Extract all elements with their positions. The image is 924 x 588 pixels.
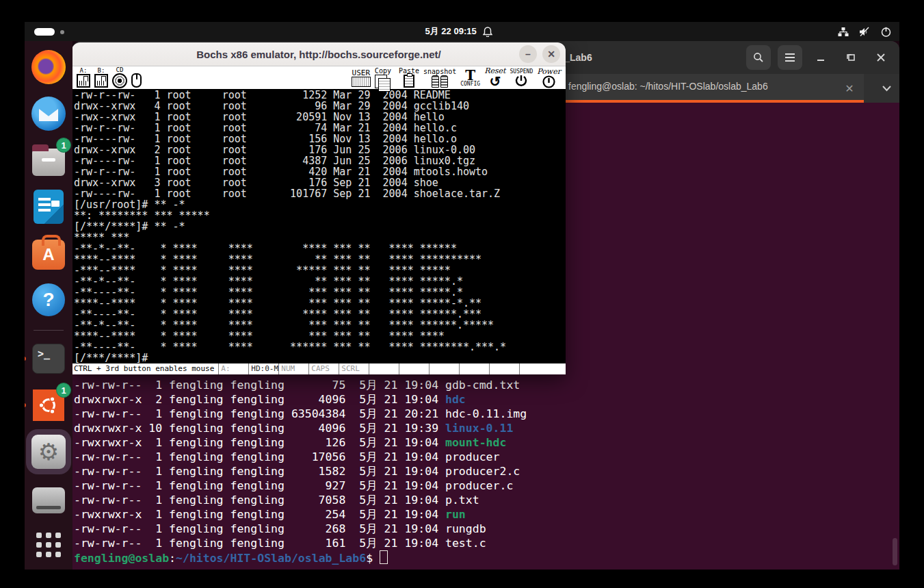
cdrom-icon bbox=[112, 73, 127, 88]
minimize-icon bbox=[816, 53, 826, 62]
wired-network-icon bbox=[838, 27, 849, 37]
bochs-status-cell: SCRL bbox=[339, 363, 369, 374]
search-button[interactable] bbox=[746, 45, 771, 70]
search-icon bbox=[753, 52, 764, 63]
top-bar: 5月 22 09:15 bbox=[25, 22, 899, 41]
dock-item-libreoffice-impress[interactable] bbox=[31, 189, 66, 225]
dock-item-app-grid[interactable] bbox=[31, 527, 66, 563]
copy-icon bbox=[375, 75, 387, 88]
terminal-cursor bbox=[380, 550, 388, 564]
tab-title: fengling@oslab: ~/hitos/HIT-OSlab/oslab_… bbox=[568, 81, 768, 92]
bochs-status-cell bbox=[489, 363, 519, 374]
floppy-b-icon bbox=[94, 74, 108, 88]
terminal-icon: >_ bbox=[32, 344, 65, 374]
dock-item-help[interactable]: ? bbox=[31, 282, 66, 318]
running-indicator-dot bbox=[25, 357, 26, 361]
snapshot-icon bbox=[432, 75, 448, 88]
floppy-b-button[interactable]: B: bbox=[94, 68, 108, 88]
dock-item-files[interactable]: 1 bbox=[31, 142, 66, 178]
cdrom-button[interactable]: CD bbox=[112, 67, 127, 88]
tab-close-button[interactable]: ✕ bbox=[841, 80, 858, 97]
running-indicator-dot bbox=[25, 403, 26, 407]
config-button[interactable]: T CONFIG bbox=[460, 69, 480, 87]
notification-bell-icon bbox=[483, 27, 492, 37]
files-badge: 1 bbox=[56, 138, 71, 153]
bochs-close-button[interactable]: ✕ bbox=[542, 45, 560, 63]
power-icon bbox=[542, 75, 555, 88]
clock-text: 5月 22 09:15 bbox=[425, 25, 477, 38]
minimize-button[interactable] bbox=[809, 45, 832, 70]
paste-button[interactable]: Paste bbox=[399, 68, 419, 88]
bochs-status-cell: CAPS bbox=[308, 363, 339, 374]
close-icon bbox=[876, 53, 886, 62]
gear-icon: ⚙ bbox=[31, 435, 66, 469]
terminal-scrollbar-thumb[interactable] bbox=[893, 538, 897, 565]
clock-button[interactable]: 5月 22 09:15 bbox=[425, 22, 492, 41]
bochs-status-cell bbox=[519, 363, 549, 374]
dock-item-ubuntu-updater[interactable]: 1 bbox=[31, 387, 66, 423]
files-icon bbox=[32, 149, 65, 176]
bochs-window-title: Bochs x86 emulator, http://bochs.sourcef… bbox=[196, 49, 441, 60]
impress-icon bbox=[34, 190, 64, 224]
software-icon: A bbox=[32, 240, 65, 270]
firefox-icon bbox=[31, 50, 66, 84]
dock-item-terminal[interactable]: >_ bbox=[31, 341, 66, 376]
bochs-window: Bochs x86 emulator, http://bochs.sourcef… bbox=[72, 42, 566, 374]
dock-item-ubuntu-software[interactable]: A bbox=[31, 235, 66, 271]
dock-divider bbox=[34, 330, 64, 331]
dock-item-thunderbird[interactable] bbox=[31, 96, 66, 131]
maximize-button[interactable] bbox=[839, 45, 862, 70]
menu-button[interactable] bbox=[778, 45, 802, 70]
disk-icon bbox=[32, 487, 65, 513]
thunderbird-icon bbox=[31, 97, 66, 131]
tab-list-chevron-button[interactable] bbox=[877, 79, 896, 97]
power-status-icon bbox=[881, 27, 891, 37]
bochs-status-cells: A:HD:0-MNUMCAPSSCRL bbox=[218, 363, 566, 374]
bochs-toolbar: A: B: CD USER Copy bbox=[72, 66, 566, 89]
volume-muted-icon bbox=[859, 27, 871, 37]
keyboard-icon bbox=[352, 77, 371, 87]
bochs-status-cell bbox=[399, 363, 429, 374]
bochs-screen-text: -rw-r--rw- 1 root root 1252 Mar 29 2004 … bbox=[72, 89, 566, 363]
workspace-indicator-active[interactable] bbox=[34, 28, 55, 36]
copy-button[interactable]: Copy bbox=[375, 68, 391, 88]
mouse-button[interactable] bbox=[131, 73, 142, 88]
dock-item-firefox[interactable] bbox=[31, 49, 66, 85]
app-grid-icon bbox=[36, 533, 61, 557]
help-icon: ? bbox=[32, 283, 65, 316]
bochs-display[interactable]: -rw-r--rw- 1 root root 1252 Mar 29 2004 … bbox=[72, 89, 566, 363]
snapshot-button[interactable]: snapshot bbox=[423, 68, 456, 88]
hamburger-icon bbox=[784, 53, 795, 62]
power-button[interactable]: Power bbox=[537, 68, 561, 88]
bochs-minimize-button[interactable]: – bbox=[519, 45, 537, 63]
bochs-status-cell: HD:0-M bbox=[248, 363, 278, 374]
ubuntu-badge: 1 bbox=[56, 383, 71, 398]
dock-item-settings[interactable]: ⚙ bbox=[31, 434, 66, 470]
suspend-button[interactable]: SUSPEND bbox=[510, 69, 533, 87]
bochs-status-message: CTRL + 3rd button enables mouse bbox=[72, 363, 218, 374]
mouse-icon bbox=[131, 73, 142, 88]
desktop: fengling@oslab: ~/hitos/HIT-OSlab/oslab_… bbox=[25, 22, 899, 570]
floppy-a-icon bbox=[77, 74, 90, 88]
maximize-icon bbox=[846, 53, 856, 62]
system-indicators[interactable] bbox=[838, 22, 891, 41]
terminal-output: -rw-rw-r-- 1 fengling fengling 75 5月 21 … bbox=[74, 378, 527, 565]
suspend-icon bbox=[515, 75, 527, 87]
bochs-status-cell: A: bbox=[218, 363, 248, 374]
config-icon: T bbox=[465, 69, 475, 81]
bochs-status-cell bbox=[459, 363, 489, 374]
bochs-status-cell: NUM bbox=[278, 363, 308, 374]
close-window-button[interactable] bbox=[869, 45, 893, 70]
reset-icon: ↺ bbox=[489, 75, 501, 88]
user-button[interactable]: USER bbox=[352, 69, 371, 87]
bochs-status-bar: CTRL + 3rd button enables mouse A:HD:0-M… bbox=[72, 363, 566, 374]
chevron-down-icon bbox=[882, 85, 892, 92]
workspace-indicator-dot[interactable] bbox=[60, 30, 64, 34]
dock: 1 A ? >_ 1 ⚙ bbox=[25, 41, 72, 570]
bochs-title-bar[interactable]: Bochs x86 emulator, http://bochs.sourcef… bbox=[72, 42, 566, 66]
bochs-status-cell bbox=[369, 363, 399, 374]
reset-button[interactable]: Reset ↺ bbox=[484, 67, 505, 88]
dock-item-disks[interactable] bbox=[31, 481, 66, 516]
floppy-a-button[interactable]: A: bbox=[77, 68, 90, 88]
paste-icon bbox=[404, 75, 414, 88]
